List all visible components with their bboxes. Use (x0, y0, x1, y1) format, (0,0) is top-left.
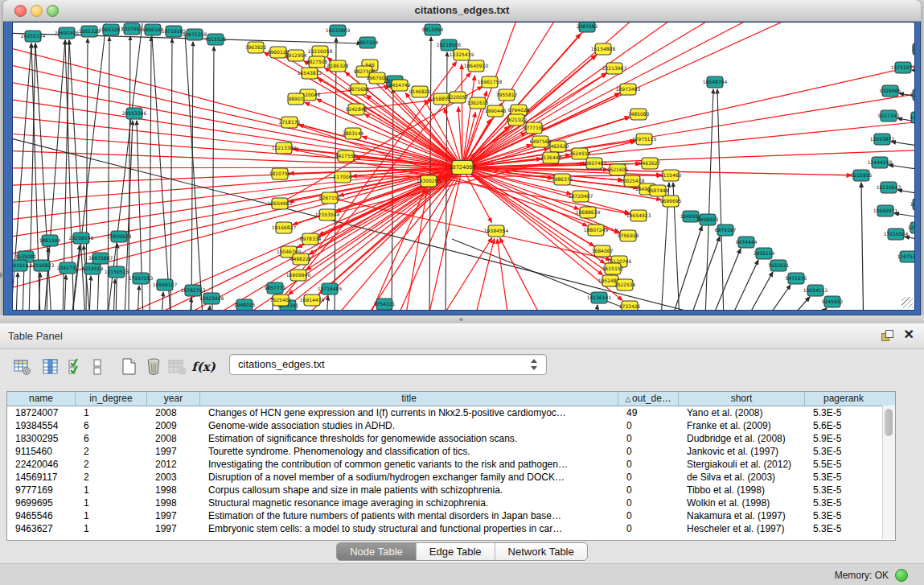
table-cell[interactable]: Wolkin et al. (1998) (679, 496, 805, 509)
table-cell[interactable]: 0 (618, 445, 679, 458)
table-row[interactable]: 2242004622012Investigating the contribut… (7, 458, 895, 471)
network-canvas[interactable]: 2435572420691406106532810653287132760264… (12, 22, 915, 311)
table-cell[interactable]: 1 (76, 484, 147, 496)
table-cell[interactable]: Disruption of a novel member of a sodium… (200, 471, 618, 484)
graph-node[interactable]: 10653287 (99, 24, 124, 35)
table-cell[interactable]: 5.3E-5 (805, 522, 882, 535)
graph-node[interactable]: 12156823 (30, 260, 55, 271)
table-cell[interactable]: 9115460 (7, 445, 76, 458)
table-cell[interactable]: 9777169 (7, 484, 76, 496)
table-cell[interactable]: 0 (618, 496, 679, 509)
table-cell[interactable]: 2008 (147, 406, 200, 419)
graph-node[interactable]: 8454749 (389, 80, 411, 91)
tab-network-table[interactable]: Network Table (495, 543, 587, 560)
graph-node[interactable]: 8813054 (422, 24, 444, 35)
table-vertical-scrollbar[interactable] (882, 406, 895, 539)
graph-node[interactable]: 8427552 (335, 150, 357, 162)
table-cell[interactable]: Tourette syndrome. Phenomenology and cla… (200, 445, 618, 458)
table-cell[interactable]: 5.9E-5 (805, 432, 882, 445)
graph-node[interactable]: 16914479 (300, 295, 325, 306)
graph-node[interactable]: 98901 (288, 93, 304, 105)
show-columns-icon[interactable] (40, 356, 61, 378)
table-cell[interactable]: Corpus callosum shape and size in male p… (200, 484, 618, 496)
graph-node[interactable]: 16909946 (286, 270, 311, 281)
graph-node[interactable]: 1615152 (602, 263, 624, 274)
graph-node[interactable]: 7485083 (628, 109, 650, 120)
graph-node[interactable]: 10688639 (576, 207, 601, 218)
graph-node[interactable]: 9329966 (880, 85, 901, 97)
graph-node[interactable]: 16210643 (877, 182, 901, 193)
graph-node[interactable]: 7955812 (496, 89, 518, 101)
table-cell[interactable]: 14569117 (7, 471, 76, 484)
table-row[interactable]: 1830029562008Estimation of significance … (7, 432, 895, 445)
table-cell[interactable]: 0 (618, 419, 679, 432)
table-cell[interactable]: 2009 (147, 419, 200, 432)
table-row[interactable]: 1938455462009Genome-wide association stu… (7, 419, 895, 432)
panel-splitter[interactable] (0, 315, 924, 323)
table-cell[interactable]: 6 (76, 419, 147, 432)
graph-node[interactable]: 8215955 (851, 170, 873, 181)
delete-rows-icon[interactable] (143, 356, 164, 378)
window-titlebar[interactable]: citations_edges.txt (3, 0, 921, 22)
close-panel-icon[interactable]: ✕ (904, 328, 914, 342)
graph-node[interactable]: 16961758 (478, 76, 503, 88)
graph-node[interactable]: 12923448 (199, 293, 224, 304)
table-cell[interactable]: Embryonic stem cells: a model to study s… (200, 522, 618, 535)
table-cell[interactable]: 9465546 (7, 509, 76, 522)
graph-node[interactable]: 19384554 (484, 225, 509, 237)
table-settings-icon[interactable] (12, 356, 33, 378)
table-cell[interactable]: Tibbo et al. (1998) (679, 484, 805, 496)
table-cell[interactable]: de Silva et al. (2003) (679, 471, 805, 484)
table-row[interactable]: 946554611997Estimation of the future num… (7, 509, 895, 522)
graph-node[interactable]: 24355724 (21, 31, 46, 42)
column-header-year[interactable]: year (147, 392, 200, 406)
table-cell[interactable]: Structural magnetic resonance image aver… (200, 496, 618, 509)
graph-node[interactable]: 1362615 (467, 97, 489, 109)
table-cell[interactable]: 1997 (147, 445, 200, 458)
graph-node[interactable]: 17016504 (884, 229, 909, 240)
table-cell[interactable]: 5.3E-5 (805, 484, 882, 496)
graph-node[interactable]: 9115460 (660, 170, 682, 181)
graph-node[interactable]: 18807249 (584, 225, 609, 236)
table-row[interactable]: 969969511998Structural magnetic resonanc… (7, 496, 895, 509)
graph-node[interactable]: 30975887 (88, 253, 113, 264)
table-cell[interactable]: 1 (76, 496, 147, 509)
graph-node[interactable]: 2342737 (57, 262, 79, 274)
graph-node[interactable]: 151955 (912, 43, 914, 55)
table-row[interactable]: 911546021997Tourette syndrome. Phenomeno… (7, 445, 895, 458)
graph-node[interactable]: 2803144 (343, 128, 364, 139)
column-header-title[interactable]: title (200, 392, 618, 406)
table-cell[interactable]: Changes of HCN gene expression and I(f) … (200, 406, 618, 419)
column-header-in_degree[interactable]: in_degree (76, 392, 147, 406)
graph-node[interactable]: 7515526 (205, 34, 227, 45)
graph-node[interactable]: 7857224 (357, 37, 379, 48)
table-cell[interactable]: 1998 (147, 496, 200, 509)
table-cell[interactable]: 1 (76, 406, 147, 419)
table-cell[interactable]: 1997 (147, 509, 200, 522)
table-cell[interactable]: 9463627 (7, 522, 76, 535)
table-selector-dropdown[interactable]: citations_edges.txt (229, 354, 547, 375)
graph-node[interactable]: 9474444 (736, 237, 758, 248)
table-cell[interactable]: 2 (76, 471, 147, 484)
graph-node[interactable]: 9242848 (346, 104, 368, 115)
table-cell[interactable]: Dudbridge et al. (2008) (679, 432, 805, 445)
graph-node[interactable]: 12353594 (315, 209, 340, 220)
table-cell[interactable]: Nakamura et al. (1997) (679, 509, 805, 522)
table-cell[interactable]: 5.3E-5 (805, 445, 882, 458)
table-cell[interactable]: 19384554 (7, 419, 76, 432)
select-all-rows-icon[interactable] (66, 356, 87, 378)
column-header-pagerank[interactable]: pagerank (805, 392, 882, 406)
graph-node[interactable]: 18720407 (569, 191, 593, 202)
graph-node[interactable]: 16958107 (153, 279, 178, 290)
graph-node[interactable]: 9699695 (660, 196, 682, 207)
graph-node[interactable]: 1201035 (908, 222, 914, 233)
graph-node[interactable]: 1327602 (121, 23, 143, 35)
graph-node[interactable]: 8267150 (319, 192, 341, 204)
float-panel-icon[interactable] (881, 330, 893, 342)
table-cell[interactable]: 0 (618, 458, 679, 471)
table-row[interactable]: 1872400712008Changes of HCN gene express… (7, 406, 895, 419)
graph-node[interactable]: 18724007 (449, 161, 475, 175)
table-row[interactable]: 946362711997Embryonic stem cells: a mode… (7, 522, 895, 535)
table-row[interactable]: 977716911998Corpus callosum shape and si… (7, 484, 895, 496)
graph-node[interactable]: 9827505 (306, 56, 328, 68)
